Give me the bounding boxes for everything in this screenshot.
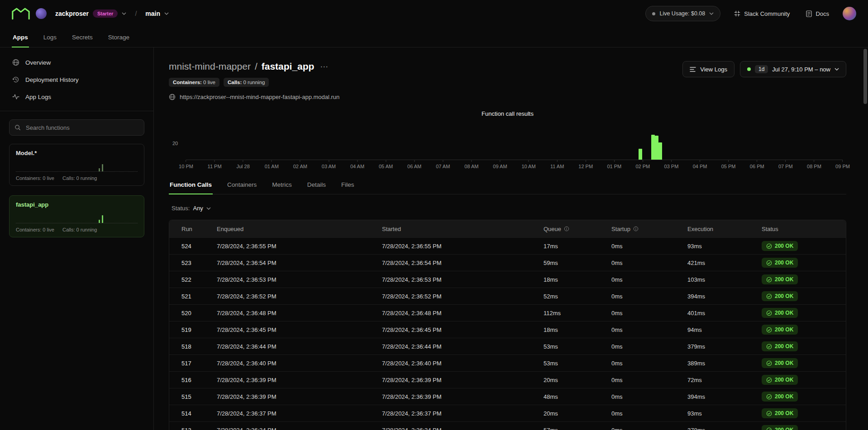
x-tick: 09 PM bbox=[835, 160, 850, 169]
run-cell: 520 bbox=[181, 310, 217, 317]
table-row[interactable]: 516 7/28/2024, 2:36:39 PM 7/28/2024, 2:3… bbox=[169, 371, 846, 388]
workspace-switcher[interactable]: zackproser Starter bbox=[52, 9, 129, 18]
function-card-fastapi-app[interactable]: fastapi_app Containers: 0 live Calls: 0 … bbox=[9, 195, 144, 237]
topbar: zackproser Starter / main Live Usage: $0… bbox=[0, 0, 868, 27]
x-tick: Jul 28 bbox=[236, 160, 249, 169]
table-row[interactable]: 520 7/28/2024, 2:36:48 PM 7/28/2024, 2:3… bbox=[169, 304, 846, 321]
enqueued-cell: 7/28/2024, 2:36:34 PM bbox=[217, 427, 382, 430]
status-badge: 200 OK bbox=[762, 241, 798, 251]
startup-cell: 0ms bbox=[611, 410, 687, 417]
table-row[interactable]: 514 7/28/2024, 2:36:37 PM 7/28/2024, 2:3… bbox=[169, 405, 846, 421]
app-url[interactable]: https://zackproser--mnist-mind-mapper-fa… bbox=[180, 94, 339, 100]
chart-bar[interactable] bbox=[658, 142, 662, 160]
x-tick: 07 PM bbox=[778, 160, 793, 169]
status-badge: 200 OK bbox=[762, 408, 798, 418]
enqueued-cell: 7/28/2024, 2:36:53 PM bbox=[217, 276, 382, 283]
table-row[interactable]: 524 7/28/2024, 2:36:55 PM 7/28/2024, 2:3… bbox=[169, 237, 846, 254]
history-icon bbox=[12, 76, 19, 83]
x-tick: 08 AM bbox=[464, 160, 478, 169]
scrollbar-thumb[interactable] bbox=[863, 49, 867, 104]
search-functions-input[interactable] bbox=[25, 124, 139, 132]
status-badge: 200 OK bbox=[762, 341, 798, 351]
x-tick: 12 PM bbox=[578, 160, 593, 169]
nav-tab-secrets[interactable]: Secrets bbox=[71, 27, 94, 47]
tab-containers[interactable]: Containers bbox=[226, 181, 258, 194]
chart-bar[interactable] bbox=[639, 149, 642, 160]
x-tick: 06 AM bbox=[407, 160, 421, 169]
chevron-down-icon bbox=[122, 12, 126, 15]
modal-logo-icon[interactable] bbox=[12, 7, 30, 20]
table-row[interactable]: 518 7/28/2024, 2:36:44 PM 7/28/2024, 2:3… bbox=[169, 338, 846, 354]
check-circle-icon bbox=[766, 344, 772, 350]
workspace-avatar[interactable] bbox=[36, 8, 47, 19]
tab-details[interactable]: Details bbox=[306, 181, 327, 194]
table-row[interactable]: 523 7/28/2024, 2:36:54 PM 7/28/2024, 2:3… bbox=[169, 254, 846, 271]
environment-switcher[interactable]: main bbox=[143, 9, 172, 18]
table-row[interactable]: 519 7/28/2024, 2:36:45 PM 7/28/2024, 2:3… bbox=[169, 321, 846, 338]
sidebar-item-overview[interactable]: Overview bbox=[0, 54, 153, 71]
page-title: mnist-mind-mapper / fastapi_app ⋯ bbox=[169, 61, 339, 72]
x-tick: 10 PM bbox=[179, 160, 193, 169]
queue-cell: 52ms bbox=[544, 293, 611, 300]
x-tick: 03 PM bbox=[664, 160, 679, 169]
chart-bar[interactable] bbox=[651, 135, 655, 160]
status-badge: 200 OK bbox=[762, 392, 798, 402]
slack-community-link[interactable]: Slack Community bbox=[731, 10, 792, 18]
sparkline-bar bbox=[99, 220, 100, 223]
sparkline-bar bbox=[99, 168, 100, 171]
info-icon[interactable] bbox=[633, 226, 639, 232]
sidebar-item-deployment-history[interactable]: Deployment History bbox=[0, 71, 153, 88]
sidebar-item-app-logs[interactable]: App Logs bbox=[0, 88, 153, 105]
user-avatar[interactable] bbox=[843, 7, 856, 20]
live-usage-button[interactable]: Live Usage: $0.08 bbox=[645, 6, 720, 21]
startup-cell: 0ms bbox=[611, 427, 687, 430]
sidebar-item-label: Overview bbox=[25, 59, 51, 66]
tab-metrics[interactable]: Metrics bbox=[271, 181, 293, 194]
nav-tab-logs[interactable]: Logs bbox=[43, 27, 57, 47]
function-card-model[interactable]: Model.* Containers: 0 live Calls: 0 runn… bbox=[9, 144, 144, 186]
status-badge: 200 OK bbox=[762, 325, 798, 335]
time-range-picker[interactable]: 1d Jul 27, 9:10 PM – now bbox=[740, 61, 846, 77]
table-row[interactable]: 515 7/28/2024, 2:36:39 PM 7/28/2024, 2:3… bbox=[169, 388, 846, 405]
status-filter[interactable]: Status: Any bbox=[169, 204, 214, 212]
enqueued-cell: 7/28/2024, 2:36:52 PM bbox=[217, 293, 382, 300]
table-row[interactable]: 522 7/28/2024, 2:36:53 PM 7/28/2024, 2:3… bbox=[169, 271, 846, 288]
started-cell: 7/28/2024, 2:36:48 PM bbox=[382, 310, 544, 317]
nav-tab-apps[interactable]: Apps bbox=[12, 27, 29, 47]
col-enqueued: Enqueued bbox=[217, 226, 382, 232]
execution-cell: 421ms bbox=[687, 260, 762, 266]
status-badge: 200 OK bbox=[762, 425, 798, 430]
table-header: Run Enqueued Started Queue Startup Execu… bbox=[169, 220, 846, 237]
more-options-button[interactable]: ⋯ bbox=[318, 62, 330, 71]
function-name: Model.* bbox=[16, 150, 138, 156]
table-row[interactable]: 513 7/28/2024, 2:36:34 PM 7/28/2024, 2:3… bbox=[169, 421, 846, 430]
queue-cell: 18ms bbox=[544, 276, 611, 283]
enqueued-cell: 7/28/2024, 2:36:39 PM bbox=[217, 377, 382, 383]
check-circle-icon bbox=[766, 427, 772, 430]
run-cell: 523 bbox=[181, 260, 217, 266]
search-icon bbox=[14, 124, 21, 131]
check-circle-icon bbox=[766, 243, 772, 249]
containers-badge: Containers: 0 live bbox=[169, 78, 219, 87]
info-icon[interactable] bbox=[564, 226, 569, 232]
started-cell: 7/28/2024, 2:36:37 PM bbox=[382, 410, 544, 417]
startup-cell: 0ms bbox=[611, 360, 687, 367]
status-badge: 200 OK bbox=[762, 291, 798, 301]
check-circle-icon bbox=[766, 310, 772, 316]
title-separator: / bbox=[255, 61, 258, 72]
function-calls: Calls: 0 running bbox=[62, 227, 97, 232]
nav-tab-storage[interactable]: Storage bbox=[107, 27, 130, 47]
status-badge: 200 OK bbox=[762, 375, 798, 385]
enqueued-cell: 7/28/2024, 2:36:44 PM bbox=[217, 343, 382, 350]
x-tick: 08 PM bbox=[807, 160, 821, 169]
docs-link[interactable]: Docs bbox=[803, 10, 832, 18]
primary-nav: AppsLogsSecretsStorage bbox=[0, 27, 868, 47]
execution-cell: 394ms bbox=[687, 293, 762, 300]
tab-function-calls[interactable]: Function Calls bbox=[169, 181, 213, 194]
table-row[interactable]: 517 7/28/2024, 2:36:40 PM 7/28/2024, 2:3… bbox=[169, 354, 846, 371]
col-execution: Execution bbox=[687, 226, 762, 232]
chevron-down-icon bbox=[164, 12, 169, 15]
table-row[interactable]: 521 7/28/2024, 2:36:52 PM 7/28/2024, 2:3… bbox=[169, 288, 846, 304]
view-logs-button[interactable]: View Logs bbox=[682, 61, 734, 77]
tab-files[interactable]: Files bbox=[340, 181, 355, 194]
